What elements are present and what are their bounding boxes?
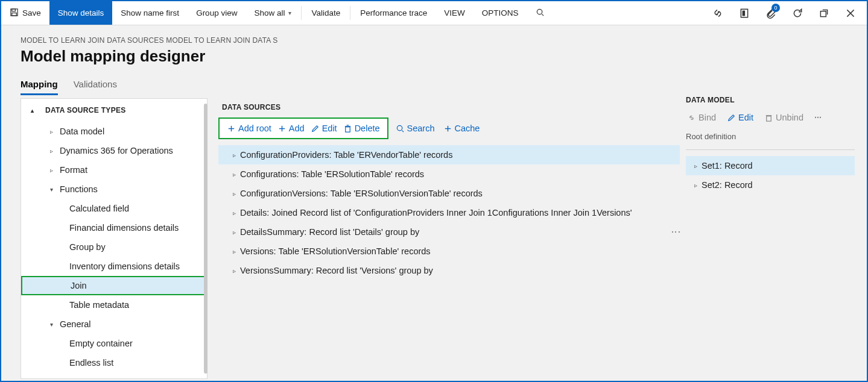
search-icon xyxy=(536,8,545,19)
ds-row[interactable]: ▹Configurations: Table 'ERSolutionTable'… xyxy=(218,164,680,184)
ds-row-label: DetailsSummary: Record list 'Details' gr… xyxy=(240,227,419,237)
collapse-icon: ▾ xyxy=(45,186,57,193)
tree-functions[interactable]: ▾Functions xyxy=(21,180,207,199)
tree-calculated-field[interactable]: Calculated field xyxy=(21,199,207,218)
ds-row-label: ConfigurationProviders: Table 'ERVendorT… xyxy=(240,150,452,160)
tree-data-model[interactable]: ▹Data model xyxy=(21,122,207,141)
validate-button[interactable]: Validate xyxy=(303,1,349,25)
popout-icon[interactable] xyxy=(814,1,834,25)
save-button[interactable]: Save xyxy=(1,1,49,25)
cache-button[interactable]: Cache xyxy=(442,122,481,134)
edit-button[interactable]: Edit xyxy=(309,122,338,134)
tree-label: Dynamics 365 for Operations xyxy=(57,146,173,155)
ds-row[interactable]: ▹ConfigurationProviders: Table 'ERVendor… xyxy=(218,145,680,164)
tree-table-metadata[interactable]: Table metadata xyxy=(21,295,207,315)
ds-row[interactable]: ▹ConfigurationVersions: Table 'ERSolutio… xyxy=(218,184,680,203)
search-button[interactable] xyxy=(527,1,553,25)
options-menu[interactable]: OPTIONS xyxy=(474,1,527,25)
search-button-ds[interactable]: Search xyxy=(394,122,436,134)
ds-row[interactable]: ▹DetailsSummary: Record list 'Details' g… xyxy=(218,222,680,242)
add-root-button[interactable]: Add root xyxy=(226,122,273,134)
expand-icon: ▹ xyxy=(45,148,57,154)
tree-d365[interactable]: ▹Dynamics 365 for Operations xyxy=(21,141,207,160)
close-icon[interactable] xyxy=(840,1,861,25)
tree-label: Empty container xyxy=(67,339,133,348)
tree-join[interactable]: Join xyxy=(21,276,207,295)
separator xyxy=(350,6,350,20)
performance-trace-button[interactable]: Performance trace xyxy=(352,1,436,25)
unbind-label: Unbind xyxy=(776,113,803,122)
attachments-icon[interactable]: 0 xyxy=(761,1,781,25)
ds-row-label: Details: Joined Record list of 'Configur… xyxy=(240,208,632,218)
show-all-button[interactable]: Show all ▾ xyxy=(246,1,300,25)
ds-row[interactable]: ▹Details: Joined Record list of 'Configu… xyxy=(218,203,680,222)
view-menu[interactable]: VIEW xyxy=(436,1,474,25)
data-model-header: DATA MODEL xyxy=(686,96,855,111)
ds-row-label: VersionsSummary: Record list 'Versions' … xyxy=(240,266,433,275)
tree-financial-dimensions[interactable]: Financial dimensions details xyxy=(21,218,207,237)
save-label: Save xyxy=(22,8,41,17)
refresh-icon[interactable] xyxy=(787,1,808,25)
office-icon[interactable] xyxy=(734,1,755,25)
tree-label: Table metadata xyxy=(67,300,129,310)
svg-rect-22 xyxy=(767,116,771,121)
more-dm-button[interactable]: ··· xyxy=(813,111,823,124)
separator xyxy=(301,6,302,20)
ds-row-label: Versions: Table 'ERSolutionVersionTable'… xyxy=(240,246,431,256)
tree-inventory-dimensions[interactable]: Inventory dimensions details xyxy=(21,257,207,276)
data-source-types-header[interactable]: ▴ DATA SOURCE TYPES xyxy=(21,99,207,122)
performance-trace-label: Performance trace xyxy=(360,8,427,17)
add-button[interactable]: Add xyxy=(276,122,306,134)
svg-rect-7 xyxy=(820,11,826,16)
tab-validations-label: Validations xyxy=(74,79,117,89)
tree-label: Financial dimensions details xyxy=(67,223,179,233)
command-bar: Save Show details Show name first Group … xyxy=(1,1,867,25)
edit-dm-button[interactable]: Edit xyxy=(726,111,755,124)
chevron-down-icon: ▾ xyxy=(288,10,291,16)
ds-row[interactable]: ▹Versions: Table 'ERSolutionVersionTable… xyxy=(218,242,680,261)
tree-endless-list[interactable]: Endless list xyxy=(21,353,207,372)
root-definition[interactable]: Root definition xyxy=(686,127,855,150)
bind-button[interactable]: Bind xyxy=(686,111,717,124)
data-source-types-panel: ▴ DATA SOURCE TYPES ▹Data model ▹Dynamic… xyxy=(21,98,207,379)
save-icon xyxy=(10,8,19,19)
tree-group-by[interactable]: Group by xyxy=(21,237,207,257)
dm-row[interactable]: ▹Set2: Record xyxy=(686,175,855,195)
more-icon[interactable]: ⋮ xyxy=(674,227,677,237)
group-view-label: Group view xyxy=(196,8,237,17)
tab-mapping-label: Mapping xyxy=(21,79,58,89)
expand-icon: ▹ xyxy=(228,268,240,274)
svg-rect-2 xyxy=(12,13,17,16)
bind-label: Bind xyxy=(699,113,716,122)
svg-line-18 xyxy=(402,130,404,132)
page-header: MODEL TO LEARN JOIN DATA SOURCES MODEL T… xyxy=(1,25,867,70)
expand-icon: ▹ xyxy=(228,190,240,197)
svg-rect-6 xyxy=(743,10,746,16)
show-name-first-button[interactable]: Show name first xyxy=(112,1,188,25)
tree-label: Format xyxy=(57,165,87,175)
tab-mapping[interactable]: Mapping xyxy=(21,74,58,95)
add-root-label: Add root xyxy=(238,124,271,133)
show-details-button[interactable]: Show details xyxy=(49,1,113,25)
attachments-badge: 0 xyxy=(771,4,780,12)
svg-point-17 xyxy=(397,125,402,130)
unbind-button[interactable]: Unbind xyxy=(763,111,805,124)
group-view-button[interactable]: Group view xyxy=(188,1,246,25)
tree-empty-container[interactable]: Empty container xyxy=(21,334,207,353)
main-area: ▴ DATA SOURCE TYPES ▹Data model ▹Dynamic… xyxy=(1,96,867,379)
dm-row[interactable]: ▹Set1: Record xyxy=(686,156,855,175)
link-icon[interactable] xyxy=(708,1,728,25)
tab-validations[interactable]: Validations xyxy=(74,74,117,95)
view-label: VIEW xyxy=(444,8,465,17)
breadcrumb: MODEL TO LEARN JOIN DATA SOURCES MODEL T… xyxy=(21,36,854,45)
expand-icon: ▹ xyxy=(228,229,240,236)
expand-icon: ▹ xyxy=(228,171,240,178)
data-sources-header: DATA SOURCES xyxy=(218,101,680,117)
validate-label: Validate xyxy=(311,8,340,17)
data-source-types-title: DATA SOURCE TYPES xyxy=(45,106,126,114)
ds-row[interactable]: ▹VersionsSummary: Record list 'Versions'… xyxy=(218,261,680,280)
delete-button[interactable]: Delete xyxy=(342,122,381,134)
expand-icon: ▹ xyxy=(228,152,240,158)
tree-general[interactable]: ▾General xyxy=(21,315,207,334)
tree-format[interactable]: ▹Format xyxy=(21,160,207,180)
